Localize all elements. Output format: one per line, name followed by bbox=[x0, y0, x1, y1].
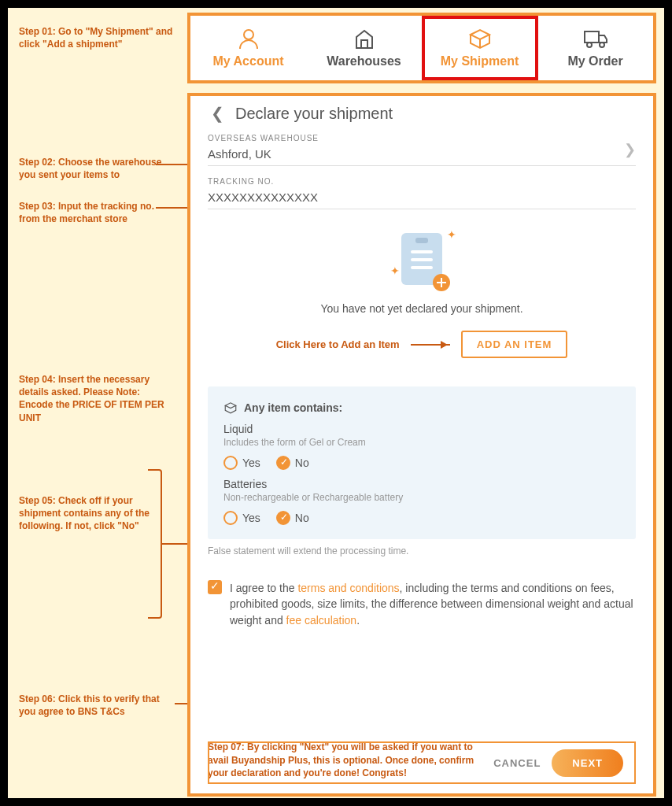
nav-warehouses[interactable]: Warehouses bbox=[306, 16, 422, 80]
batteries-yes-radio[interactable]: Yes bbox=[223, 511, 260, 525]
footer-bar: CANCEL NEXT bbox=[208, 741, 636, 784]
tracking-field[interactable]: TRACKING NO. XXXXXXXXXXXXXX bbox=[208, 177, 636, 209]
add-item-button[interactable]: ADD AN ITEM bbox=[461, 331, 568, 358]
agree-text: I agree to the terms and conditions, inc… bbox=[230, 580, 636, 628]
empty-state-text: You have not yet declared your shipment. bbox=[208, 302, 636, 315]
arrow-icon bbox=[411, 344, 450, 346]
person-icon bbox=[237, 28, 260, 50]
nav-my-account[interactable]: My Account bbox=[190, 16, 306, 80]
svg-point-0 bbox=[244, 30, 253, 39]
terms-link[interactable]: terms and conditions bbox=[297, 582, 399, 594]
nav-label: My Order bbox=[567, 54, 622, 68]
bracket-step-5 bbox=[148, 469, 162, 619]
page-title: Declare your shipment bbox=[235, 105, 393, 123]
clipboard-icon bbox=[401, 233, 442, 285]
click-here-label: Click Here to Add an Item bbox=[276, 338, 400, 350]
truck-icon bbox=[582, 28, 609, 50]
canvas: Step 01: Go to "My Shipment" and click "… bbox=[8, 8, 664, 798]
fee-link[interactable]: fee calculation bbox=[286, 614, 357, 627]
step-4-label: Step 04: Insert the necessary details as… bbox=[19, 373, 176, 424]
nav-label: Warehouses bbox=[327, 54, 401, 68]
warehouse-label: OVERSEAS WAREHOUSE bbox=[208, 134, 636, 142]
step-1-label: Step 01: Go to "My Shipment" and click "… bbox=[19, 25, 176, 50]
tracking-label: TRACKING NO. bbox=[208, 177, 636, 186]
svg-point-4 bbox=[600, 43, 604, 47]
no-label: No bbox=[295, 457, 309, 469]
box-icon bbox=[467, 28, 493, 50]
warehouse-icon bbox=[353, 28, 376, 50]
card-heading: Any item contains: bbox=[244, 401, 342, 414]
svg-rect-1 bbox=[361, 40, 367, 48]
batteries-no-radio[interactable]: No bbox=[276, 511, 309, 525]
nav-label: My Account bbox=[212, 54, 283, 68]
sparkle-icon: ✦ bbox=[447, 228, 456, 241]
no-label: No bbox=[295, 512, 309, 524]
nav-label: My Shipment bbox=[441, 54, 519, 68]
agree-prefix: I agree to the bbox=[230, 582, 297, 594]
tracking-value: XXXXXXXXXXXXXX bbox=[208, 190, 636, 204]
box-icon bbox=[223, 401, 238, 415]
svg-point-3 bbox=[587, 43, 592, 47]
back-button[interactable]: ❮ bbox=[208, 104, 227, 123]
step-6-label: Step 06: Click this to verify that you a… bbox=[19, 693, 176, 718]
liquid-label: Liquid bbox=[223, 423, 620, 435]
chevron-right-icon: ❯ bbox=[624, 141, 636, 158]
contains-card: Any item contains: Liquid Includes the f… bbox=[208, 386, 636, 539]
next-button[interactable]: NEXT bbox=[552, 749, 623, 777]
cancel-button[interactable]: CANCEL bbox=[493, 757, 541, 769]
svg-rect-2 bbox=[585, 31, 599, 43]
step-2-label: Step 02: Choose the warehouse you sent y… bbox=[19, 156, 176, 181]
yes-label: Yes bbox=[242, 512, 260, 524]
batteries-label: Batteries bbox=[223, 478, 620, 490]
main-panel: ❮ Declare your shipment OVERSEAS WAREHOU… bbox=[187, 93, 656, 797]
agree-checkbox[interactable] bbox=[208, 580, 222, 594]
top-nav: My Account Warehouses My Shipment My Ord… bbox=[187, 13, 656, 83]
agree-suffix: . bbox=[356, 614, 360, 627]
warehouse-field[interactable]: OVERSEAS WAREHOUSE Ashford, UK ❯ bbox=[208, 134, 636, 166]
sparkle-icon: ✦ bbox=[390, 264, 400, 277]
warehouse-value: Ashford, UK bbox=[208, 147, 636, 161]
plus-icon bbox=[433, 274, 450, 291]
nav-my-shipment[interactable]: My Shipment bbox=[422, 16, 537, 80]
nav-my-order[interactable]: My Order bbox=[537, 16, 653, 80]
batteries-desc: Non-rechargeable or Rechargeable battery bbox=[223, 492, 620, 503]
step-3-label: Step 03: Input the tracking no. from the… bbox=[19, 200, 176, 225]
yes-label: Yes bbox=[242, 457, 260, 469]
liquid-yes-radio[interactable]: Yes bbox=[223, 456, 260, 470]
liquid-desc: Includes the form of Gel or Cream bbox=[223, 437, 620, 448]
false-statement-note: False statement will extend the processi… bbox=[208, 545, 636, 556]
liquid-no-radio[interactable]: No bbox=[276, 456, 309, 470]
